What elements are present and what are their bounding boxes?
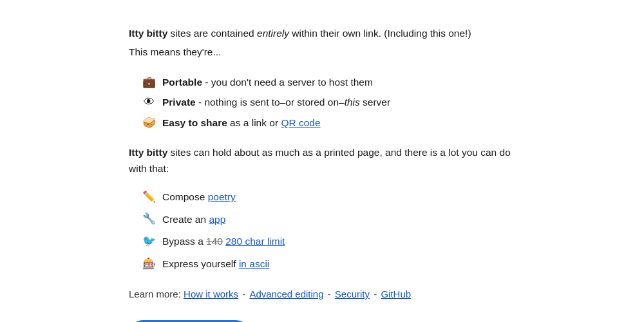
separator-2: - [328,289,334,299]
capability-app-text: Create an app [162,211,225,229]
intro-block: Itty bitty sites are contained entirely … [129,26,515,61]
list-item: 🔧 Create an app [142,209,515,229]
intro-line2: This means they're... [129,44,515,61]
capability-list: ✏️ Compose poetry 🔧 Create an app 🐦 Bypa… [142,187,515,274]
qr-code-link[interactable]: QR code [281,117,320,128]
bird-icon: 🐦 [142,232,156,252]
char-limit-link[interactable]: 280 char limit [225,236,285,247]
list-item: 🥪 Easy to share as a link or QR code [142,114,515,132]
list-item: 🐦 Bypass a 140 280 char limit [142,232,515,252]
learn-more-section: Learn more: How it works - Advanced edit… [129,287,515,302]
poetry-link[interactable]: poetry [208,191,236,202]
this-italic: this [345,97,360,108]
capability-ascii-text: Express yourself in ascii [162,255,269,273]
strikethrough-140: 140 [206,236,223,247]
briefcase-icon: 💼 [142,73,156,91]
intro-text-1: sites are contained [167,28,257,39]
list-item: 💼 Portable - you don't need a server to … [142,73,515,91]
feature-list: 💼 Portable - you don't need a server to … [142,73,515,133]
intro-line1: Itty bitty sites are contained entirely … [129,26,515,42]
second-intro-text: Itty bitty sites can hold about as much … [129,145,515,177]
feature-private-bold: Private [162,97,196,108]
second-intro-block: Itty bitty sites can hold about as much … [129,145,515,177]
capability-poetry-text: Compose poetry [162,188,236,206]
separator-3: - [374,289,379,299]
ascii-link[interactable]: in ascii [239,258,269,269]
sandwich-icon: 🥪 [142,114,156,131]
feature-private-text: Private - nothing is sent to–or stored o… [162,93,390,111]
eye-icon: 👁 [142,93,156,111]
github-link[interactable]: GitHub [381,289,411,299]
separator-1: - [242,289,248,299]
itty-bitty-label2: Itty bitty [129,147,167,158]
list-item: 🎰 Express yourself in ascii [142,254,515,274]
itty-bitty-label: Itty bitty [129,28,167,39]
ascii-icon: 🎰 [142,254,156,274]
feature-share-bold: Easy to share [162,117,227,128]
list-item: 👁 Private - nothing is sent to–or stored… [142,93,515,111]
security-link[interactable]: Security [335,289,370,299]
pencil-icon: ✏️ [142,187,156,207]
feature-portable-text: Portable - you don't need a server to ho… [162,73,373,91]
feature-portable-bold: Portable [162,77,202,88]
wrench-icon: 🔧 [142,209,156,229]
intro-italic: entirely [257,28,289,39]
page-container: Itty bitty sites are contained entirely … [116,6,528,322]
list-item: ✏️ Compose poetry [142,187,515,207]
app-link[interactable]: app [209,214,225,225]
advanced-editing-link[interactable]: Advanced editing [249,289,323,299]
capability-char-text: Bypass a 140 280 char limit [162,232,285,251]
learn-more-label: Learn more: [129,289,181,299]
feature-share-text: Easy to share as a link or QR code [162,114,321,132]
how-it-works-link[interactable]: How it works [184,289,238,299]
intro-text-2: within their own link. (Including this o… [289,28,471,39]
